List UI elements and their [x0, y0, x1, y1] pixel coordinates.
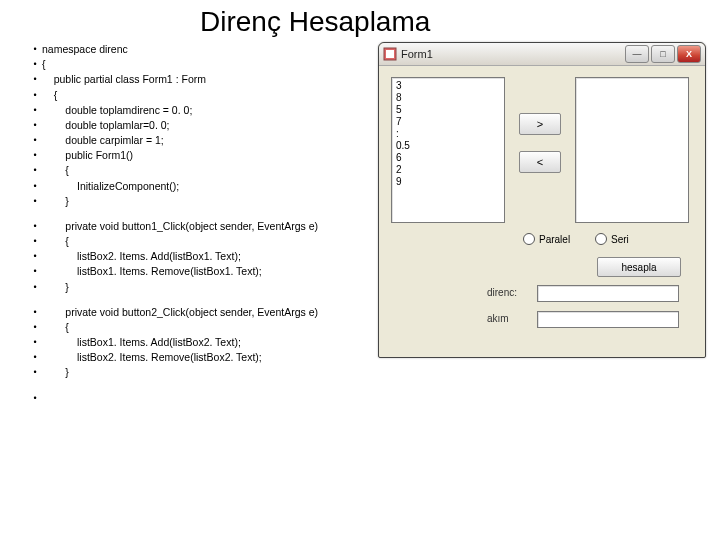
code-line: listBox1. Items. Remove(listBox1. Text); — [42, 264, 262, 278]
list-item[interactable]: 2 — [396, 164, 500, 176]
label-akim: akım — [487, 313, 509, 324]
code-line: double toplamlar=0. 0; — [42, 118, 170, 132]
direnc-field[interactable] — [537, 285, 679, 302]
radio-paralel[interactable]: Paralel — [523, 233, 570, 245]
code-line: listBox2. Items. Add(listBox1. Text); — [42, 249, 241, 263]
form-window: Form1 — □ X 3 8 5 7 : 0.5 6 2 9 > < Para… — [378, 42, 706, 358]
radio-icon — [595, 233, 607, 245]
akim-field[interactable] — [537, 311, 679, 328]
maximize-button[interactable]: □ — [651, 45, 675, 63]
code-line: } — [42, 194, 69, 208]
titlebar[interactable]: Form1 — □ X — [379, 43, 705, 66]
code-line: } — [42, 280, 69, 294]
code-line — [42, 391, 65, 405]
code-listing: •namespace direnc •{ • public partial cl… — [28, 42, 368, 406]
add-button[interactable]: > — [519, 113, 561, 135]
app-icon — [383, 47, 397, 61]
listbox-1[interactable]: 3 8 5 7 : 0.5 6 2 9 — [391, 77, 505, 223]
code-line: InitializeComponent(); — [42, 179, 179, 193]
code-line: private void button2_Click(object sender… — [42, 305, 318, 319]
radio-icon — [523, 233, 535, 245]
code-line: double carpimlar = 1; — [42, 133, 164, 147]
code-line: { — [42, 320, 69, 334]
code-line: public Form1() — [42, 148, 133, 162]
radio-label: Seri — [611, 234, 629, 245]
label-direnc: direnc: — [487, 287, 517, 298]
code-line: listBox2. Items. Remove(listBox2. Text); — [42, 350, 262, 364]
window-title: Form1 — [401, 48, 623, 60]
code-line: listBox1. Items. Add(listBox2. Text); — [42, 335, 241, 349]
list-item[interactable]: : — [396, 128, 500, 140]
code-line: double toplamdirenc = 0. 0; — [42, 103, 192, 117]
code-line: { — [42, 163, 69, 177]
calculate-button[interactable]: hesapla — [597, 257, 681, 277]
svg-rect-1 — [386, 50, 394, 58]
minimize-button[interactable]: — — [625, 45, 649, 63]
list-item[interactable]: 5 — [396, 104, 500, 116]
radio-label: Paralel — [539, 234, 570, 245]
list-item[interactable]: 7 — [396, 116, 500, 128]
code-line: } — [42, 365, 69, 379]
code-line: public partial class Form1 : Form — [42, 72, 206, 86]
page-title: Direnç Hesaplama — [200, 6, 430, 38]
listbox-2[interactable] — [575, 77, 689, 223]
code-line: namespace direnc — [42, 42, 128, 56]
list-item[interactable]: 6 — [396, 152, 500, 164]
list-item[interactable]: 8 — [396, 92, 500, 104]
code-line: { — [42, 234, 69, 248]
radio-seri[interactable]: Seri — [595, 233, 629, 245]
code-line: { — [42, 57, 46, 71]
remove-button[interactable]: < — [519, 151, 561, 173]
code-line: { — [42, 88, 57, 102]
close-button[interactable]: X — [677, 45, 701, 63]
code-line: private void button1_Click(object sender… — [42, 219, 318, 233]
list-item[interactable]: 3 — [396, 80, 500, 92]
list-item[interactable]: 9 — [396, 176, 500, 188]
list-item[interactable]: 0.5 — [396, 140, 500, 152]
